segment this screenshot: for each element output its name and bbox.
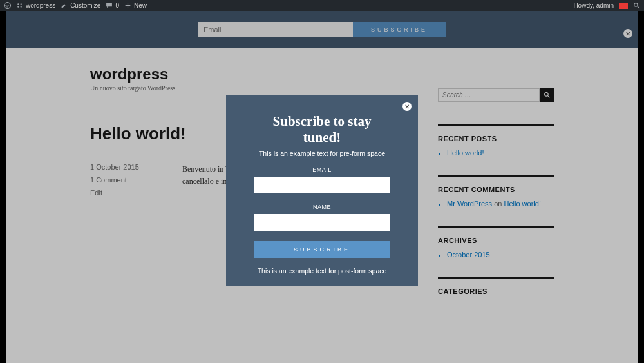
svg-point-4	[21, 6, 22, 8]
admin-search-icon[interactable]	[633, 2, 640, 9]
howdy-user[interactable]: Howdy, admin	[573, 2, 614, 9]
wp-admin-bar: wordpress Customize 0 New Howdy, admin	[0, 0, 644, 11]
subscribe-modal: ✕ Subscribe to stay tuned! This is an ex…	[226, 95, 418, 286]
site-menu[interactable]: wordpress	[16, 2, 55, 9]
customize-link[interactable]: Customize	[61, 2, 100, 9]
svg-point-0	[5, 3, 11, 9]
modal-title: Subscribe to stay tuned!	[254, 113, 390, 146]
name-label: NAME	[254, 204, 390, 210]
modal-name-input[interactable]	[254, 214, 390, 231]
modal-subscribe-button[interactable]: SUBSCRIBE	[254, 241, 390, 258]
modal-email-input[interactable]	[254, 177, 390, 193]
modal-post-text: This is an example text for post-form sp…	[254, 267, 390, 275]
svg-point-5	[634, 3, 638, 6]
svg-point-2	[21, 3, 22, 5]
wp-logo-icon[interactable]	[4, 2, 11, 9]
new-link[interactable]: New	[124, 2, 147, 9]
avatar[interactable]	[619, 3, 628, 9]
close-icon[interactable]: ✕	[402, 102, 412, 111]
svg-point-1	[17, 3, 19, 5]
svg-point-3	[17, 6, 19, 8]
email-label: EMAIL	[254, 166, 390, 173]
modal-pre-text: This is an example text for pre-form spa…	[254, 150, 390, 157]
comments-link[interactable]: 0	[106, 2, 119, 9]
